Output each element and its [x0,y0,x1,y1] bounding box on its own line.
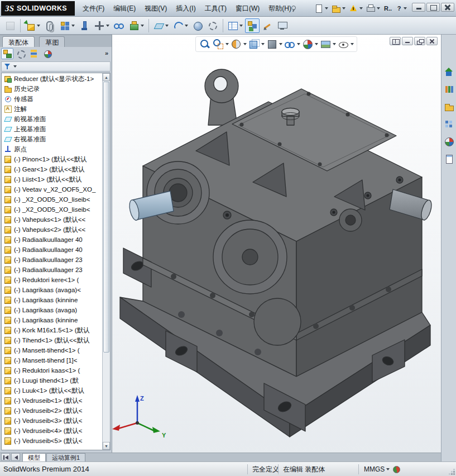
print-button[interactable] [364,2,381,15]
tree-item[interactable]: (-) Kork M16x1.5<1> (默认 [2,325,102,335]
resize-grip[interactable] [448,468,455,475]
move-component-button[interactable] [92,18,111,33]
close-document-button[interactable] [426,37,438,45]
restore-document-button[interactable] [414,37,425,45]
graphics-area[interactable]: Z X Y [112,35,441,453]
displaymanager-tab[interactable] [41,48,54,59]
tree-item[interactable]: Reducer (默认<显示状态-1> [2,74,102,84]
tree-item[interactable]: (-) Liist<1> (默认<<默认 [2,174,102,184]
maximize-button[interactable] [426,3,440,12]
smart-fasteners-button[interactable] [77,18,92,33]
tree-item[interactable]: (-) _X2_OOD5_XO_liseib< [2,204,102,215]
menu-item[interactable]: 窗口(W) [231,2,264,15]
study-tab[interactable]: 运动算例1 [46,453,85,461]
tree-item[interactable]: (-) Laagrikaas (kinnine [2,295,102,305]
edit-component-button[interactable] [3,18,17,33]
tree-scrollbar[interactable]: ▲ ▼ [102,73,110,450]
tree-item[interactable]: (-) Veetav v_X2_OOF5_XO_ [2,184,102,194]
featuremanager-tab[interactable] [1,48,13,59]
reducer-model[interactable]: Z X Y [112,35,441,453]
menu-item[interactable]: 视图(V) [140,2,171,15]
hide-show-items-button[interactable] [283,37,301,51]
mate-button[interactable] [42,18,57,33]
tree-item[interactable]: 历史记录 [2,84,102,94]
panel-overflow-button[interactable]: » [105,50,108,56]
tree-item[interactable]: (-) Tihend<1> (默认<<默认 [2,335,102,345]
tab-scroll-first-button[interactable] [1,453,10,461]
tree-item[interactable]: 右视基准面 [2,134,102,144]
linear-component-pattern-button[interactable] [57,18,76,33]
display-style-button[interactable] [265,37,283,51]
section-view-button[interactable] [229,37,247,51]
study-tab[interactable]: 模型 [22,453,46,461]
large-assembly-mode-button[interactable] [275,18,290,33]
edit-appearance-button[interactable] [301,37,319,51]
reference-geometry-button[interactable] [151,18,170,33]
zoom-to-area-button[interactable] [212,37,229,51]
tree-item[interactable]: (-) Reduktori kere<1> ( [2,275,102,285]
configurationmanager-tab[interactable] [28,48,40,59]
menu-item[interactable]: 编辑(E) [109,2,140,15]
view-settings-button[interactable] [337,37,354,51]
show-hidden-components-button[interactable] [112,18,126,33]
help-button[interactable]: ? [395,2,408,15]
tree-item[interactable]: (-) Vahepuks<2> (默认<< [2,225,102,235]
menu-item[interactable]: 插入(I) [171,2,200,15]
tab-scroll-prev-button[interactable] [11,453,20,461]
curves-button[interactable] [171,18,190,33]
check-warning-button[interactable] [347,2,364,15]
propertymanager-tab[interactable] [15,48,27,59]
tree-item[interactable]: (-) Vedruseib<1> (默认< [2,396,102,406]
minimize-document-button[interactable] [402,37,413,45]
tree-filter-bar[interactable] [1,61,111,72]
apply-scene-button[interactable] [319,37,337,51]
tree-item[interactable]: 注解 [2,104,102,114]
tree-item[interactable]: (-) Laagrikaas (avaga)< [2,285,102,295]
tree-item[interactable]: (-) Gear<1> (默认<<默认 [2,164,102,174]
tree-item[interactable]: (-) Radiaalkuullaager 40 [2,245,102,255]
scroll-up-button[interactable]: ▲ [103,73,110,81]
view-palette-button[interactable] [443,118,455,130]
tree-item[interactable]: (-) Vahepuks<1> (默认<< [2,215,102,225]
file-explorer-button[interactable] [443,101,455,113]
design-library-button[interactable] [443,83,455,96]
scroll-thumb[interactable] [103,82,109,353]
bill-of-materials-button[interactable] [225,18,244,33]
solidworks-status-icon[interactable] [393,466,400,473]
pin-icon[interactable] [290,5,297,12]
tree-item[interactable]: (-) Mansett-tihend<1> ( [2,345,102,355]
tree-item[interactable]: (-) Vedruseib<2> (默认< [2,406,102,416]
tree-item[interactable]: 前视基准面 [2,114,102,124]
units-selector[interactable]: MMGS [364,462,385,476]
tree-item[interactable]: (-) Reduktori kaas<1> ( [2,365,102,375]
tree-item[interactable]: 传感器 [2,94,102,104]
solidworks-resources-button[interactable] [443,66,455,78]
tree-item[interactable]: (-) _X2_OOD5_XO_liseib< [2,194,102,204]
view-orientation-button[interactable] [247,37,265,51]
rebuild-button[interactable]: R.. [382,2,394,15]
tree-item[interactable]: (-) Vedruseib<5> (默认< [2,436,102,446]
appearances-scenes-button[interactable] [443,135,455,147]
tree-item[interactable]: (-) Vedruseib<4> (默认< [2,426,102,436]
minimize-button[interactable] [412,3,425,12]
custom-properties-button[interactable] [443,153,455,165]
menu-item[interactable]: 文件(F) [78,2,109,15]
tree-item[interactable]: (-) Luugi tihend<1> (默 [2,375,102,385]
new-motion-study-button[interactable] [205,18,220,33]
open-document-button[interactable] [330,2,347,15]
tree-item[interactable]: (-) Radiaalkuullaager 23 [2,255,102,265]
instant3d-button[interactable] [190,18,205,33]
menu-item[interactable]: 工具(T) [200,2,231,15]
zoom-to-fit-button[interactable] [198,37,212,51]
insert-components-button[interactable] [23,18,42,33]
assembly-features-button[interactable] [127,18,146,33]
scroll-down-button[interactable]: ▼ [103,442,110,450]
tree-item[interactable]: (-) Mansett-tihend [1]< [2,355,102,365]
new-document-button[interactable] [313,2,329,15]
tree-item[interactable]: 原点 [2,144,102,154]
explode-line-sketch-button[interactable] [260,18,275,33]
tree-item[interactable]: (-) Radiaalkuullaager 40 [2,235,102,245]
tree-item[interactable]: (-) Luuk<1> (默认<<默认 [2,385,102,396]
tree-item[interactable]: (-) Laagrikaas (kinnine [2,315,102,325]
exploded-view-button[interactable] [245,18,260,33]
